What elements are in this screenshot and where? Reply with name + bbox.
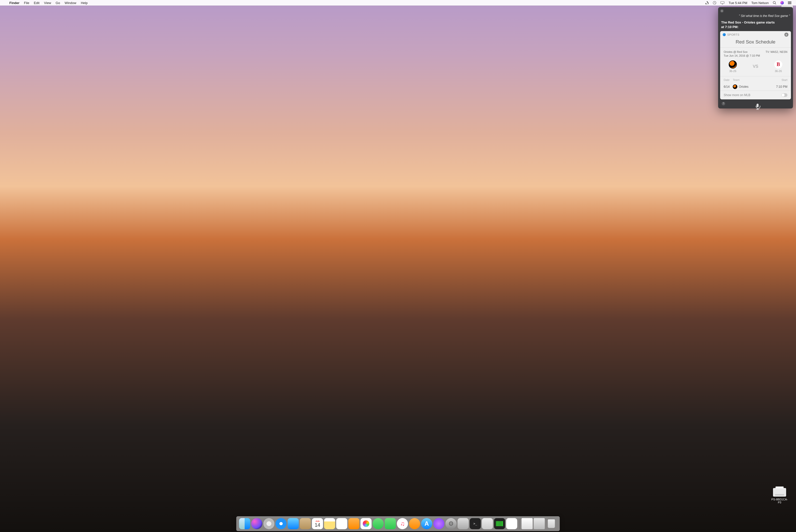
printer-label: PS-8BD1CA-P3 bbox=[771, 498, 789, 504]
dock-finder[interactable] bbox=[239, 518, 250, 529]
schedule-block: Date Team Start 6/14 Orioles 7:10 PM bbox=[720, 76, 791, 91]
dock-trash[interactable] bbox=[546, 518, 557, 529]
dock-utility-2[interactable] bbox=[482, 518, 493, 529]
dock-imessage[interactable] bbox=[373, 518, 384, 529]
plus-icon: + bbox=[785, 33, 788, 37]
dock-stack-2[interactable] bbox=[534, 518, 545, 529]
orioles-logo-icon bbox=[729, 60, 737, 69]
menubar: Finder File Edit View Go Window Help Tue… bbox=[0, 0, 796, 5]
col-start: Start bbox=[782, 78, 788, 81]
matchup-datetime: Tue Jun 14, 2016 @ 7:10 PM bbox=[724, 54, 760, 58]
siri-icon bbox=[780, 1, 784, 4]
dock-launchpad[interactable] bbox=[264, 518, 274, 529]
menu-help[interactable]: Help bbox=[79, 0, 90, 5]
show-more-row[interactable]: Show more on MLB bbox=[720, 91, 791, 99]
dock-itunes-connect[interactable] bbox=[433, 518, 444, 529]
search-icon bbox=[773, 1, 776, 4]
close-button[interactable]: ✕ bbox=[720, 9, 724, 13]
menu-file[interactable]: File bbox=[22, 0, 32, 5]
svg-line-3 bbox=[775, 3, 776, 4]
more-toggle[interactable] bbox=[781, 93, 788, 97]
dock-facetime[interactable] bbox=[385, 518, 396, 529]
menu-edit[interactable]: Edit bbox=[32, 0, 42, 5]
dock-contacts[interactable] bbox=[300, 518, 311, 529]
clock-arrow-icon bbox=[713, 1, 716, 4]
home-team: B 36-26 bbox=[771, 60, 786, 73]
dock-siri[interactable] bbox=[251, 518, 263, 529]
dock-terminal[interactable] bbox=[470, 518, 481, 529]
spotlight-button[interactable] bbox=[771, 0, 778, 5]
col-date: Date bbox=[724, 78, 733, 81]
close-icon: ✕ bbox=[721, 10, 723, 13]
sports-source-icon bbox=[723, 33, 726, 36]
dock-reminders[interactable] bbox=[336, 518, 347, 529]
status-airplay-icon[interactable] bbox=[718, 0, 726, 5]
card-header: SPORTS + bbox=[720, 31, 791, 38]
home-record: 36-26 bbox=[775, 70, 782, 73]
desktop-printer[interactable]: PS-8BD1CA-P3 bbox=[771, 488, 789, 504]
card-title: Red Sox Schedule bbox=[720, 38, 791, 48]
dock-ibooks[interactable] bbox=[409, 518, 420, 529]
dock-notes[interactable] bbox=[324, 518, 335, 529]
menu-go[interactable]: Go bbox=[53, 0, 62, 5]
row-date: 6/14 bbox=[724, 85, 733, 89]
printer-icon bbox=[773, 488, 786, 497]
matchup-label: Orioles @ Red Sox bbox=[724, 50, 760, 54]
dock-utility-3[interactable] bbox=[506, 518, 517, 529]
siri-help-button[interactable]: ? bbox=[722, 102, 725, 106]
dock-safari[interactable] bbox=[276, 518, 287, 529]
redsox-logo-icon: B bbox=[774, 60, 782, 69]
orioles-mini-icon bbox=[733, 84, 737, 89]
add-widget-button[interactable]: + bbox=[784, 33, 789, 37]
dock-stack-1[interactable] bbox=[522, 518, 533, 529]
game-block[interactable]: Orioles @ Red Sox Tue Jun 14, 2016 @ 7:1… bbox=[720, 48, 791, 76]
dock-utility-1[interactable] bbox=[458, 518, 469, 529]
gdrive-icon bbox=[705, 1, 709, 4]
schedule-row[interactable]: 6/14 Orioles 7:10 PM bbox=[724, 83, 788, 91]
svg-point-2 bbox=[773, 1, 776, 4]
show-more-label: Show more on MLB bbox=[724, 93, 750, 97]
dock-messages-app[interactable] bbox=[348, 518, 360, 529]
col-team: Team bbox=[733, 78, 782, 81]
airplay-icon bbox=[720, 1, 724, 4]
card-section-label: SPORTS bbox=[727, 33, 739, 36]
siri-menubar-button[interactable] bbox=[778, 0, 786, 5]
status-timemachine-icon[interactable] bbox=[711, 0, 718, 5]
dock-activity[interactable] bbox=[494, 518, 505, 529]
tv-channels: TV: MAS2, NESN bbox=[766, 50, 788, 58]
row-start: 7:10 PM bbox=[776, 85, 788, 89]
question-icon: ? bbox=[723, 102, 724, 105]
apple-menu[interactable] bbox=[2, 0, 7, 5]
dock: JUN 14 bbox=[236, 516, 560, 531]
svg-rect-1 bbox=[721, 1, 724, 3]
vs-label: VS bbox=[753, 64, 758, 69]
cal-day: 14 bbox=[315, 522, 320, 528]
away-record: 36-26 bbox=[729, 70, 736, 73]
dock-calendar[interactable]: JUN 14 bbox=[312, 518, 323, 529]
dock-appstore[interactable] bbox=[421, 518, 432, 529]
notification-center-button[interactable] bbox=[786, 0, 794, 5]
row-team: Orioles bbox=[739, 85, 748, 89]
siri-query-text: " Siri what time is the Red Sox game " bbox=[720, 13, 791, 20]
menubar-user[interactable]: Tom Nelson bbox=[749, 0, 771, 5]
siri-panel: ✕ " Siri what time is the Red Sox game "… bbox=[718, 7, 793, 109]
away-team: 36-26 bbox=[725, 60, 740, 73]
menu-view[interactable]: View bbox=[42, 0, 53, 5]
dock-system-prefs[interactable] bbox=[446, 518, 457, 529]
list-icon bbox=[788, 1, 792, 4]
app-menu[interactable]: Finder bbox=[7, 0, 22, 5]
siri-answer-text: The Red Sox - Orioles game starts at 7:1… bbox=[720, 20, 791, 31]
dock-mail[interactable] bbox=[288, 518, 299, 529]
menubar-clock[interactable]: Tue 5:44 PM bbox=[726, 0, 749, 5]
status-gdrive-icon[interactable] bbox=[703, 0, 711, 5]
sports-card: SPORTS + Red Sox Schedule Orioles @ Red … bbox=[720, 31, 791, 99]
dock-itunes[interactable] bbox=[397, 518, 408, 529]
menu-window[interactable]: Window bbox=[62, 0, 78, 5]
dock-photos[interactable] bbox=[361, 518, 372, 529]
